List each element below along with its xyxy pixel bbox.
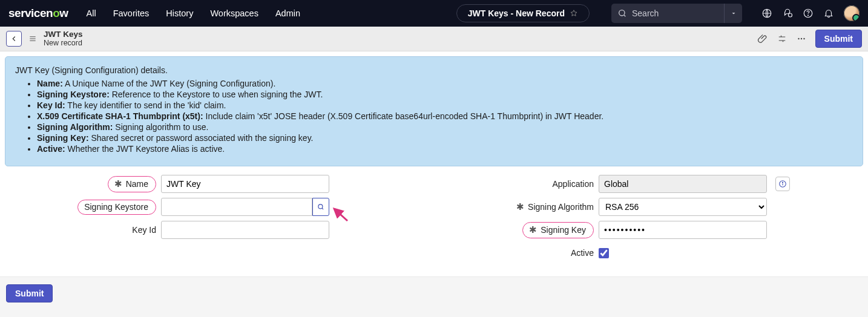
svg-point-7 xyxy=(803,38,804,39)
name-label: Name xyxy=(126,179,148,189)
caret-down-icon xyxy=(730,10,737,17)
personalize-icon[interactable] xyxy=(777,33,787,44)
info-item: Key Id: The key identifier to send in th… xyxy=(37,100,853,110)
svg-point-8 xyxy=(318,204,323,209)
nav-all[interactable]: All xyxy=(87,8,96,18)
info-icon xyxy=(778,180,787,188)
page-subtitle: New record xyxy=(44,39,83,48)
form-header: JWT Keys New record Submit xyxy=(0,27,868,51)
submit-button-footer[interactable]: Submit xyxy=(6,284,53,302)
star-icon[interactable] xyxy=(570,9,578,18)
more-actions-icon[interactable] xyxy=(796,33,807,44)
key-id-input[interactable] xyxy=(161,221,329,239)
signing-keystore-input[interactable] xyxy=(161,198,312,216)
application-input xyxy=(599,175,767,193)
info-item: Signing Keystore: Reference to the Keyst… xyxy=(37,90,853,99)
servicenow-logo: servicenow xyxy=(8,7,68,20)
signing-key-label-highlight: Signing Key xyxy=(522,222,594,238)
pill-label: JWT Keys - New Record xyxy=(468,8,565,18)
svg-point-10 xyxy=(782,182,783,183)
global-nav: All Favorites History Workspaces Admin xyxy=(87,8,301,18)
page-title: JWT Keys xyxy=(44,30,83,39)
required-icon xyxy=(516,201,524,212)
required-icon xyxy=(114,178,122,189)
user-avatar[interactable] xyxy=(844,5,860,21)
info-list: Name: A Unique Name of the JWT Key (Sign… xyxy=(15,79,853,154)
nav-workspaces[interactable]: Workspaces xyxy=(210,8,258,18)
help-icon[interactable] xyxy=(803,8,814,19)
svg-point-0 xyxy=(619,10,625,16)
global-header: servicenow All Favorites History Workspa… xyxy=(0,0,868,27)
signing-keystore-lookup-button[interactable] xyxy=(312,198,329,216)
signing-keystore-label: Signing Keystore xyxy=(84,202,148,212)
nav-history[interactable]: History xyxy=(166,8,193,18)
info-item: Signing Algorithm: Signing algorithm to … xyxy=(37,122,853,132)
name-input[interactable] xyxy=(161,175,329,193)
form-header-actions: Submit xyxy=(757,30,862,48)
required-icon xyxy=(529,224,537,235)
form-body: Name Signing Keystore Key Id xyxy=(0,172,868,276)
info-lead: JWT Key (Signing Configuration) details. xyxy=(15,65,853,75)
search-placeholder: Search xyxy=(632,8,659,18)
form-col-right: Application Signing Algorithm RSA 256 Si… xyxy=(446,175,860,267)
search-input[interactable]: Search xyxy=(611,4,724,23)
menu-icon xyxy=(28,34,38,44)
nav-admin[interactable]: Admin xyxy=(275,8,300,18)
chevron-left-icon xyxy=(10,34,18,43)
topbar-icons xyxy=(761,5,860,21)
svg-point-5 xyxy=(798,38,799,39)
key-id-label: Key Id xyxy=(132,225,156,235)
back-button[interactable] xyxy=(6,31,22,47)
active-label: Active xyxy=(571,248,594,258)
attachment-icon[interactable] xyxy=(757,33,768,44)
application-info-button[interactable] xyxy=(775,177,790,191)
page-title-block: JWT Keys New record xyxy=(44,30,83,48)
info-panel: JWT Key (Signing Configuration) details.… xyxy=(5,56,863,166)
info-item: Name: A Unique Name of the JWT Key (Sign… xyxy=(37,79,853,88)
svg-point-2 xyxy=(789,13,792,17)
signing-key-label: Signing Key xyxy=(541,225,586,235)
search-icon xyxy=(617,8,627,18)
signing-key-input[interactable] xyxy=(599,221,767,239)
info-item: X.509 Certificate SHA-1 Thumbprint (x5t)… xyxy=(37,111,853,121)
form-footer: Submit i xyxy=(0,276,868,317)
info-item: Signing Key: Shared secret or password a… xyxy=(37,133,853,143)
svg-point-6 xyxy=(800,38,801,39)
breadcrumb-pill[interactable]: JWT Keys - New Record xyxy=(456,4,590,22)
info-item: Active: Whether the JWT Keystore Alias i… xyxy=(37,144,853,154)
global-search: Search xyxy=(611,4,742,23)
active-checkbox[interactable] xyxy=(599,248,609,258)
application-label: Application xyxy=(553,179,594,189)
submit-button-header[interactable]: Submit xyxy=(815,30,862,48)
search-dropdown[interactable] xyxy=(724,4,742,23)
svg-point-4 xyxy=(808,15,809,16)
signing-algorithm-select[interactable]: RSA 256 xyxy=(599,198,767,216)
form-col-left: Name Signing Keystore Key Id xyxy=(8,175,422,267)
search-icon xyxy=(317,203,325,211)
globe-icon[interactable] xyxy=(761,8,772,19)
chat-icon[interactable] xyxy=(782,8,793,19)
name-label-highlight: Name xyxy=(108,176,156,192)
nav-favorites[interactable]: Favorites xyxy=(113,8,150,18)
signing-algorithm-label: Signing Algorithm xyxy=(528,202,594,212)
bell-icon[interactable] xyxy=(823,8,834,19)
context-menu-button[interactable] xyxy=(28,34,38,44)
signing-keystore-label-highlight: Signing Keystore xyxy=(77,200,156,215)
